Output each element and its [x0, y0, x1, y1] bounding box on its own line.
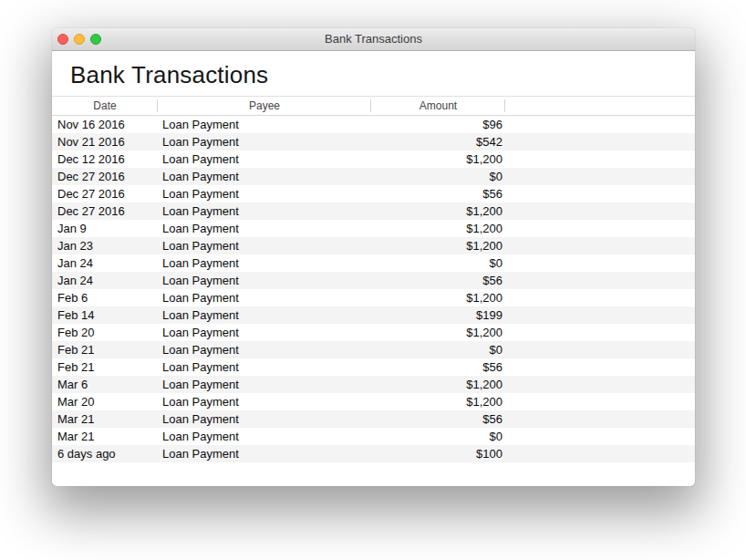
cell-payee: Loan Payment	[158, 324, 371, 341]
titlebar[interactable]: Bank Transactions	[52, 28, 695, 51]
cell-date: Feb 21	[52, 341, 158, 358]
cell-date: Feb 6	[52, 289, 158, 306]
cell-empty	[505, 428, 695, 445]
cell-payee: Loan Payment	[158, 168, 371, 185]
cell-empty	[505, 358, 695, 376]
cell-empty	[505, 376, 695, 393]
cell-amount: $199	[371, 306, 505, 324]
traffic-lights	[57, 28, 101, 50]
cell-empty	[505, 393, 695, 410]
cell-payee: Loan Payment	[158, 254, 371, 272]
cell-amount: $1,200	[371, 202, 505, 220]
cell-payee: Loan Payment	[158, 428, 371, 445]
table-row[interactable]: Nov 21 2016 Loan Payment $542	[52, 133, 695, 150]
cell-date: Feb 14	[52, 306, 158, 324]
cell-amount: $1,200	[371, 324, 505, 341]
cell-payee: Loan Payment	[158, 116, 371, 133]
app-window: Bank Transactions Bank Transactions Date…	[52, 28, 695, 486]
cell-empty	[505, 150, 695, 168]
cell-amount: $0	[371, 341, 505, 358]
cell-payee: Loan Payment	[158, 358, 371, 376]
cell-date: Dec 27 2016	[52, 185, 158, 202]
cell-empty	[505, 445, 695, 462]
cell-empty	[505, 306, 695, 324]
table-row[interactable]: Dec 27 2016 Loan Payment $0	[52, 168, 695, 185]
table-row[interactable]: Mar 21 Loan Payment $0	[52, 428, 695, 445]
cell-empty	[505, 133, 695, 150]
cell-date: Mar 21	[52, 428, 158, 445]
cell-amount: $1,200	[371, 393, 505, 410]
cell-date: Nov 16 2016	[52, 116, 158, 133]
cell-date: Feb 20	[52, 324, 158, 341]
table-row[interactable]: Dec 12 2016 Loan Payment $1,200	[52, 150, 695, 168]
cell-date: Mar 20	[52, 393, 158, 410]
cell-empty	[505, 116, 695, 133]
cell-amount: $1,200	[371, 237, 505, 254]
cell-amount: $0	[371, 168, 505, 185]
cell-empty	[505, 289, 695, 306]
cell-date: Nov 21 2016	[52, 133, 158, 150]
window-title: Bank Transactions	[52, 28, 695, 50]
column-header-empty	[505, 97, 695, 115]
cell-payee: Loan Payment	[158, 185, 371, 202]
cell-payee: Loan Payment	[158, 306, 371, 324]
column-header-payee[interactable]: Payee	[158, 97, 371, 115]
close-button[interactable]	[57, 34, 68, 45]
cell-date: Mar 6	[52, 376, 158, 393]
cell-amount: $100	[371, 445, 505, 462]
table-row[interactable]: Jan 9 Loan Payment $1,200	[52, 220, 695, 237]
cell-date: Jan 9	[52, 220, 158, 237]
cell-date: Dec 27 2016	[52, 168, 158, 185]
cell-date: Jan 24	[52, 254, 158, 272]
cell-payee: Loan Payment	[158, 272, 371, 289]
table-row[interactable]: Jan 24 Loan Payment $56	[52, 272, 695, 289]
cell-date: Jan 24	[52, 272, 158, 289]
cell-amount: $0	[371, 428, 505, 445]
table-row[interactable]: Feb 21 Loan Payment $0	[52, 341, 695, 358]
table-row[interactable]: Feb 6 Loan Payment $1,200	[52, 289, 695, 306]
table-row[interactable]: 6 days ago Loan Payment $100	[52, 445, 695, 462]
cell-empty	[505, 410, 695, 428]
page-title: Bank Transactions	[70, 62, 695, 89]
cell-date: Mar 21	[52, 410, 158, 428]
cell-empty	[505, 272, 695, 289]
cell-payee: Loan Payment	[158, 289, 371, 306]
cell-amount: $542	[371, 133, 505, 150]
cell-date: Feb 21	[52, 358, 158, 376]
cell-amount: $1,200	[371, 376, 505, 393]
table-row[interactable]: Mar 6 Loan Payment $1,200	[52, 376, 695, 393]
table-row[interactable]: Feb 21 Loan Payment $56	[52, 358, 695, 376]
column-header-amount[interactable]: Amount	[371, 97, 505, 115]
cell-payee: Loan Payment	[158, 410, 371, 428]
cell-payee: Loan Payment	[158, 220, 371, 237]
window-content: Bank Transactions Date Payee Amount Nov …	[52, 51, 695, 485]
table-row[interactable]: Nov 16 2016 Loan Payment $96	[52, 116, 695, 133]
table-row[interactable]: Jan 24 Loan Payment $0	[52, 254, 695, 272]
cell-empty	[505, 237, 695, 254]
cell-empty	[505, 220, 695, 237]
table-row[interactable]: Dec 27 2016 Loan Payment $56	[52, 185, 695, 202]
cell-amount: $1,200	[371, 150, 505, 168]
cell-payee: Loan Payment	[158, 445, 371, 462]
cell-payee: Loan Payment	[158, 202, 371, 220]
cell-payee: Loan Payment	[158, 150, 371, 168]
table-row[interactable]: Feb 20 Loan Payment $1,200	[52, 324, 695, 341]
table-row[interactable]: Jan 23 Loan Payment $1,200	[52, 237, 695, 254]
cell-date: Jan 23	[52, 237, 158, 254]
cell-date: Dec 12 2016	[52, 150, 158, 168]
table-row[interactable]: Mar 21 Loan Payment $56	[52, 410, 695, 428]
column-header-date[interactable]: Date	[52, 97, 158, 115]
cell-empty	[505, 254, 695, 272]
table-row[interactable]: Feb 14 Loan Payment $199	[52, 306, 695, 324]
table-row[interactable]: Mar 20 Loan Payment $1,200	[52, 393, 695, 410]
cell-payee: Loan Payment	[158, 341, 371, 358]
cell-date: Dec 27 2016	[52, 202, 158, 220]
cell-amount: $56	[371, 358, 505, 376]
minimize-button[interactable]	[74, 34, 85, 45]
table-header: Date Payee Amount	[52, 96, 695, 116]
cell-amount: $56	[371, 185, 505, 202]
cell-amount: $96	[371, 116, 505, 133]
table-row[interactable]: Dec 27 2016 Loan Payment $1,200	[52, 202, 695, 220]
zoom-button[interactable]	[90, 34, 101, 45]
cell-amount: $1,200	[371, 220, 505, 237]
